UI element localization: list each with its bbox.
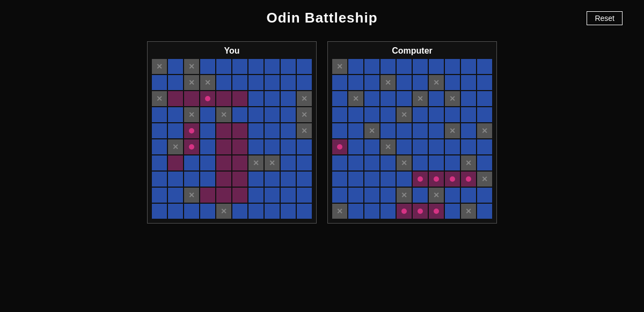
- table-row[interactable]: [397, 123, 412, 138]
- table-row[interactable]: [380, 59, 396, 74]
- table-row[interactable]: [413, 172, 428, 187]
- table-row[interactable]: [445, 172, 460, 187]
- table-row[interactable]: [332, 188, 347, 203]
- table-row[interactable]: [364, 155, 379, 170]
- table-row[interactable]: [348, 139, 363, 154]
- table-row[interactable]: [332, 91, 347, 106]
- table-row[interactable]: [364, 59, 379, 74]
- table-row[interactable]: ✕: [397, 107, 412, 122]
- table-row[interactable]: ✕: [380, 75, 396, 90]
- table-row[interactable]: [477, 91, 492, 106]
- table-row[interactable]: [348, 59, 363, 74]
- table-row[interactable]: [445, 204, 460, 219]
- table-row[interactable]: [461, 59, 476, 74]
- table-row[interactable]: [413, 204, 428, 219]
- table-row[interactable]: [364, 172, 379, 187]
- table-row[interactable]: [348, 75, 363, 90]
- table-row[interactable]: [413, 155, 428, 170]
- table-row[interactable]: ✕: [429, 75, 444, 90]
- table-row[interactable]: [429, 155, 444, 170]
- table-row[interactable]: [364, 188, 379, 203]
- table-row[interactable]: [429, 123, 444, 138]
- table-row[interactable]: [477, 139, 492, 154]
- table-row[interactable]: [461, 123, 476, 138]
- table-row[interactable]: [348, 155, 363, 170]
- table-row[interactable]: [445, 107, 460, 122]
- table-row[interactable]: [332, 75, 347, 90]
- table-row[interactable]: ✕: [332, 204, 347, 219]
- table-row[interactable]: [332, 139, 347, 154]
- table-row[interactable]: [364, 75, 379, 90]
- table-row[interactable]: [397, 75, 412, 90]
- table-row[interactable]: [477, 188, 492, 203]
- table-row[interactable]: [397, 139, 412, 154]
- table-row[interactable]: [429, 204, 444, 219]
- table-row[interactable]: [380, 172, 396, 187]
- table-row[interactable]: [348, 204, 363, 219]
- table-row[interactable]: [477, 59, 492, 74]
- table-row[interactable]: ✕: [364, 123, 379, 138]
- table-row[interactable]: [380, 107, 396, 122]
- table-row[interactable]: ✕: [445, 91, 460, 106]
- table-row[interactable]: ✕: [477, 172, 492, 187]
- table-row[interactable]: [413, 59, 428, 74]
- reset-button[interactable]: Reset: [587, 11, 623, 25]
- table-row[interactable]: [461, 75, 476, 90]
- table-row[interactable]: [445, 188, 460, 203]
- table-row[interactable]: [477, 75, 492, 90]
- table-row[interactable]: [445, 139, 460, 154]
- table-row[interactable]: [380, 155, 396, 170]
- table-row[interactable]: [397, 91, 412, 106]
- table-row[interactable]: [413, 75, 428, 90]
- table-row[interactable]: [477, 155, 492, 170]
- table-row[interactable]: [461, 172, 476, 187]
- table-row[interactable]: [348, 123, 363, 138]
- table-row[interactable]: [397, 204, 412, 219]
- table-row[interactable]: [429, 139, 444, 154]
- table-row[interactable]: [348, 172, 363, 187]
- table-row[interactable]: ✕: [332, 59, 347, 74]
- table-row[interactable]: [397, 59, 412, 74]
- table-row[interactable]: [332, 172, 347, 187]
- table-row[interactable]: [413, 188, 428, 203]
- table-row[interactable]: [380, 91, 396, 106]
- table-row[interactable]: [445, 75, 460, 90]
- table-row[interactable]: [348, 188, 363, 203]
- table-row[interactable]: [429, 91, 444, 106]
- table-row[interactable]: [461, 188, 476, 203]
- table-row[interactable]: [461, 139, 476, 154]
- table-row[interactable]: ✕: [445, 123, 460, 138]
- table-row[interactable]: [380, 123, 396, 138]
- table-row[interactable]: [348, 107, 363, 122]
- table-row[interactable]: [477, 107, 492, 122]
- table-row[interactable]: [445, 155, 460, 170]
- table-row[interactable]: [364, 91, 379, 106]
- table-row[interactable]: [429, 59, 444, 74]
- table-row[interactable]: ✕: [348, 91, 363, 106]
- table-row[interactable]: ✕: [397, 155, 412, 170]
- table-row[interactable]: ✕: [413, 91, 428, 106]
- table-row[interactable]: [332, 107, 347, 122]
- table-row[interactable]: ✕: [429, 188, 444, 203]
- table-row[interactable]: [461, 91, 476, 106]
- table-row[interactable]: [461, 107, 476, 122]
- table-row[interactable]: ✕: [380, 139, 396, 154]
- table-row[interactable]: ✕: [477, 123, 492, 138]
- table-row[interactable]: [413, 139, 428, 154]
- table-row[interactable]: [413, 123, 428, 138]
- table-row[interactable]: ✕: [461, 204, 476, 219]
- table-row[interactable]: ✕: [397, 188, 412, 203]
- table-row[interactable]: [429, 172, 444, 187]
- table-row[interactable]: [364, 107, 379, 122]
- table-row[interactable]: [380, 204, 396, 219]
- table-row[interactable]: [413, 107, 428, 122]
- table-row[interactable]: [477, 204, 492, 219]
- table-row[interactable]: [332, 155, 347, 170]
- table-row[interactable]: ✕: [461, 155, 476, 170]
- table-row[interactable]: [332, 123, 347, 138]
- table-row[interactable]: [364, 139, 379, 154]
- table-row[interactable]: [429, 107, 444, 122]
- table-row[interactable]: [397, 172, 412, 187]
- table-row[interactable]: [364, 204, 379, 219]
- table-row[interactable]: [445, 59, 460, 74]
